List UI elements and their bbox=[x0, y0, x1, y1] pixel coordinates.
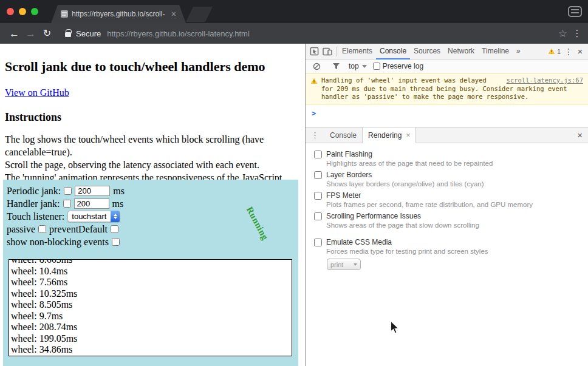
touch-listener-label: Touch listener: bbox=[7, 211, 64, 222]
drawer-tab-rendering-label: Rendering bbox=[368, 127, 402, 143]
execution-context-select[interactable]: top bbox=[349, 62, 367, 70]
tab-overview-icon[interactable] bbox=[568, 6, 582, 17]
option-description: Shows areas of the page that slow down s… bbox=[326, 221, 479, 229]
emulate-css-media-checkbox[interactable] bbox=[314, 239, 322, 246]
url-text[interactable]: https://rbyers.github.io/scroll-latency.… bbox=[107, 29, 558, 38]
option-label: Layer Borders bbox=[326, 171, 484, 180]
forward-button[interactable]: → bbox=[22, 29, 39, 39]
option-layer-borders: Layer Borders Shows layer borders (orang… bbox=[314, 171, 582, 188]
option-description: Highlights areas of the page that need t… bbox=[326, 159, 493, 168]
preserve-log-label: Preserve log bbox=[383, 62, 423, 70]
drawer-tab-console[interactable]: Console bbox=[324, 127, 362, 143]
option-paint-flashing: Paint Flashing Highlights areas of the p… bbox=[314, 150, 582, 168]
caret-down-icon bbox=[362, 65, 367, 68]
show-nonblocking-label: show non-blocking events bbox=[7, 237, 109, 248]
option-description: Forces media type for testing print and … bbox=[326, 247, 488, 256]
handler-jank-unit: ms bbox=[112, 198, 124, 209]
log-line: wheel: 8.665ms bbox=[11, 259, 290, 266]
tab-network[interactable]: Network bbox=[444, 44, 478, 59]
css-media-select[interactable]: print bbox=[327, 259, 361, 270]
device-toolbar-icon[interactable] bbox=[321, 44, 334, 59]
event-log-box[interactable]: wheel: 8.665ms wheel: 10.4ms wheel: 7.56… bbox=[9, 259, 292, 356]
console-warning-count[interactable]: 1 bbox=[548, 48, 561, 55]
warning-count-value: 1 bbox=[557, 48, 561, 55]
tabs-overflow-icon[interactable]: » bbox=[513, 44, 524, 59]
inspect-element-icon[interactable] bbox=[307, 44, 321, 59]
demo-controls-panel: Periodic jank: ms Handler jank: ms Touch… bbox=[3, 180, 298, 366]
preserve-log-checkbox[interactable] bbox=[373, 63, 380, 70]
periodic-jank-checkbox[interactable] bbox=[64, 187, 72, 195]
drawer-close-icon[interactable]: × bbox=[577, 130, 583, 140]
minimize-window-button[interactable] bbox=[19, 8, 26, 15]
touch-listener-select[interactable]: touchstart bbox=[67, 211, 120, 222]
fps-meter-checkbox[interactable] bbox=[314, 192, 322, 200]
periodic-jank-row: Periodic jank: ms bbox=[7, 185, 298, 197]
option-fps-meter: FPS Meter Plots frames per second, frame… bbox=[314, 191, 582, 209]
back-button[interactable]: ← bbox=[6, 29, 22, 39]
scrolling-performance-checkbox[interactable] bbox=[314, 212, 322, 220]
console-prompt-chevron[interactable]: > bbox=[306, 105, 588, 118]
drawer-tab-bar: ⋮ Console Rendering × × bbox=[306, 127, 588, 143]
tab-strip: https://rbyers.github.io/scroll- × bbox=[0, 0, 588, 23]
css-media-value: print bbox=[330, 261, 343, 268]
address-bar: ← → ↻ Secure https://rbyers.github.io/sc… bbox=[0, 23, 588, 44]
tab-close-icon[interactable]: × bbox=[171, 10, 176, 18]
preserve-log-toggle[interactable]: Preserve log bbox=[373, 62, 423, 70]
drawer-tab-rendering[interactable]: Rendering × bbox=[362, 127, 416, 144]
instructions-heading: Instructions bbox=[5, 111, 300, 124]
layer-borders-checkbox[interactable] bbox=[314, 171, 322, 179]
devtools-menu-icon[interactable]: ⋮ bbox=[563, 47, 574, 56]
page-title: Scroll jank due to touch/wheel handlers … bbox=[5, 59, 300, 75]
show-nonblocking-row: show non-blocking events bbox=[7, 236, 298, 248]
window-controls bbox=[7, 8, 38, 15]
bookmark-star-icon[interactable]: ☆ bbox=[558, 27, 567, 40]
show-nonblocking-checkbox[interactable] bbox=[112, 238, 120, 246]
devtools-tab-bar: Elements Console Sources Network Timelin… bbox=[306, 44, 588, 59]
tab-timeline[interactable]: Timeline bbox=[478, 44, 513, 59]
select-stepper-icon bbox=[111, 211, 120, 222]
devtools-close-icon[interactable]: × bbox=[574, 46, 586, 56]
browser-menu-icon[interactable]: ⋮ bbox=[572, 28, 582, 39]
console-toolbar: top Preserve log bbox=[306, 59, 588, 73]
passive-label: passive bbox=[7, 224, 35, 235]
handler-jank-input[interactable] bbox=[74, 198, 109, 209]
warning-source-link[interactable]: scroll-latency.js:67 bbox=[507, 76, 583, 85]
warning-icon bbox=[310, 78, 318, 87]
paint-flashing-checkbox[interactable] bbox=[314, 151, 322, 158]
zoom-window-button[interactable] bbox=[31, 8, 38, 15]
devtools-console-section: Elements Console Sources Network Timelin… bbox=[306, 44, 588, 127]
tab-elements[interactable]: Elements bbox=[338, 44, 376, 59]
new-tab-button[interactable] bbox=[186, 7, 213, 22]
periodic-jank-label: Periodic jank: bbox=[7, 186, 61, 197]
toolbar-separator bbox=[336, 47, 337, 56]
log-line: wheel: 208.74ms bbox=[11, 322, 290, 333]
instruction-line: Scroll the page, observing the latency a… bbox=[5, 158, 301, 171]
prevent-default-checkbox[interactable] bbox=[111, 225, 118, 233]
option-description: Shows layer borders (orange/olive) and t… bbox=[326, 180, 484, 188]
touch-listener-value: touchstart bbox=[72, 212, 106, 221]
tab-console[interactable]: Console bbox=[376, 44, 410, 59]
tab-sources[interactable]: Sources bbox=[410, 44, 444, 59]
handler-jank-label: Handler jank: bbox=[7, 198, 60, 209]
clear-console-icon[interactable] bbox=[310, 59, 323, 73]
reload-button[interactable]: ↻ bbox=[39, 29, 55, 38]
handler-jank-checkbox[interactable] bbox=[63, 200, 71, 208]
periodic-jank-unit: ms bbox=[113, 186, 125, 197]
passive-checkbox[interactable] bbox=[38, 225, 46, 233]
drawer-tab-close-icon[interactable]: × bbox=[406, 132, 410, 139]
filter-icon[interactable] bbox=[329, 59, 343, 73]
log-line: wheel: 10.325ms bbox=[11, 288, 290, 300]
github-link[interactable]: View on GitHub bbox=[5, 87, 69, 98]
log-line: wheel: 10.4ms bbox=[11, 266, 290, 277]
browser-tab[interactable]: https://rbyers.github.io/scroll- × bbox=[51, 5, 186, 23]
log-line: wheel: 9.7ms bbox=[11, 311, 290, 322]
close-window-button[interactable] bbox=[7, 8, 14, 15]
page-content: Scroll jank due to touch/wheel handlers … bbox=[0, 44, 305, 366]
instructions-text: The log shows the touch/wheel events whi… bbox=[5, 133, 301, 184]
devtools-panel: Elements Console Sources Network Timelin… bbox=[305, 44, 588, 366]
option-emulate-css-media: Emulate CSS Media Forces media type for … bbox=[314, 238, 582, 256]
option-label: Scrolling Performance Issues bbox=[326, 212, 479, 221]
log-line: wheel: 7.56ms bbox=[11, 277, 290, 288]
periodic-jank-input[interactable] bbox=[75, 186, 110, 196]
drawer-menu-icon[interactable]: ⋮ bbox=[306, 130, 324, 140]
